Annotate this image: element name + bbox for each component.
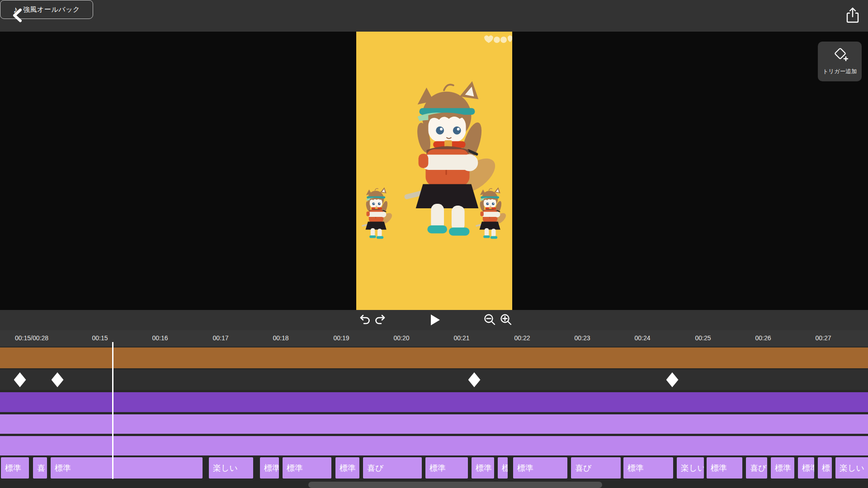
expression-clip[interactable]: 標準 — [707, 457, 742, 479]
top-bar: ♪ 強風オールバック — [0, 0, 868, 32]
ruler-tick-label: 00:16 — [152, 334, 168, 342]
ruler-tick-label: 00:15 — [92, 334, 108, 342]
expression-clip[interactable]: 標準 — [771, 457, 794, 479]
clip-label: 標準 — [1, 463, 21, 474]
zoom-out-icon — [483, 313, 496, 328]
ruler-tick-label: 00:18 — [273, 334, 288, 342]
stage: トリガー追加 — [0, 32, 868, 310]
ruler-tick-label: 00:26 — [755, 334, 771, 342]
expression-clip[interactable]: 標準 — [51, 457, 203, 479]
clip-label: 標準 — [283, 463, 303, 474]
clip-label: 標準 — [472, 463, 492, 474]
ruler-tick-label: 00:24 — [634, 334, 650, 342]
ruler-tick-label: 00:27 — [815, 334, 831, 342]
ruler-tick-label: 00:22 — [514, 334, 530, 342]
video-preview — [356, 32, 512, 310]
timeline-ruler[interactable]: 00:15/00:28 00:1500:1600:1700:1800:1900:… — [0, 330, 868, 347]
ruler-tick-label: 00:20 — [393, 334, 409, 342]
clip-label: 標準 — [425, 463, 446, 474]
clip-label: 標 — [818, 463, 830, 474]
zoom-out-button[interactable] — [482, 312, 497, 328]
ruler-tick-label: 00:25 — [695, 334, 711, 342]
zoom-in-button[interactable] — [498, 312, 514, 328]
horizontal-scrollbar[interactable] — [308, 482, 602, 488]
time-display: 00:15/00:28 — [15, 334, 48, 342]
expression-clip[interactable]: 標準 — [513, 457, 567, 479]
expression-clip[interactable]: 標準 — [283, 457, 331, 479]
expression-clip[interactable]: 標準 — [1, 457, 29, 479]
track-param-a[interactable] — [0, 414, 868, 434]
track-motion[interactable] — [0, 392, 868, 412]
expression-clip[interactable]: 喜び — [363, 457, 422, 479]
clip-label: 標準 — [51, 463, 71, 474]
zoom-in-icon — [499, 313, 513, 328]
clip-label: 楽しい — [209, 463, 238, 474]
expression-clip[interactable]: 喜び — [746, 457, 767, 479]
clip-label: 標準 — [335, 463, 356, 474]
expression-clip[interactable]: 楽しい — [209, 457, 253, 479]
play-icon — [429, 314, 440, 328]
expression-clip[interactable]: 標準 — [425, 457, 468, 479]
track-audio[interactable] — [0, 347, 868, 368]
expression-clip[interactable]: 標 — [498, 457, 508, 479]
ruler-tick-label: 00:19 — [333, 334, 349, 342]
add-trigger-label: トリガー追加 — [823, 68, 857, 75]
clip-label: 喜び — [363, 463, 383, 474]
expression-clip[interactable]: 楽しい — [677, 457, 704, 479]
clip-label: 標準 — [707, 463, 727, 474]
clip-label: 喜 — [33, 463, 45, 474]
share-icon — [846, 7, 859, 25]
clip-label: 楽しい — [835, 463, 864, 474]
play-button[interactable] — [427, 312, 443, 328]
expression-clip[interactable]: 標準 — [335, 457, 359, 479]
playhead[interactable] — [112, 342, 113, 479]
back-button[interactable] — [8, 7, 26, 24]
clip-label: 標準 — [798, 463, 814, 474]
undo-icon — [358, 314, 371, 327]
expression-clip[interactable]: 楽しい — [835, 457, 868, 479]
redo-button[interactable] — [373, 312, 388, 328]
clip-label: 楽しい — [677, 463, 704, 474]
clip-label: 標準 — [771, 463, 791, 474]
back-chevron-icon — [12, 8, 23, 24]
expression-clip[interactable]: 標準 — [623, 457, 673, 479]
add-trigger-button[interactable]: トリガー追加 — [818, 42, 862, 81]
clip-label: 標準 — [513, 463, 533, 474]
expression-clip[interactable]: 標準 — [798, 457, 814, 479]
clip-label: 喜び — [746, 463, 766, 474]
expression-clip[interactable]: 喜び — [571, 457, 621, 479]
transport-bar — [0, 310, 868, 330]
undo-button[interactable] — [357, 312, 372, 328]
share-button[interactable] — [842, 5, 863, 26]
expression-clip[interactable]: 標準 — [472, 457, 494, 479]
song-title-label: 強風オールバック — [23, 5, 80, 14]
expression-clip[interactable]: 標 — [818, 457, 832, 479]
ruler-tick-label: 00:17 — [212, 334, 228, 342]
app-root: ♪ 強風オールバック — [0, 0, 868, 488]
preview-canvas — [356, 32, 512, 310]
ruler-tick-label: 00:21 — [453, 334, 469, 342]
expression-clip[interactable]: 喜 — [33, 457, 47, 479]
track-triggers[interactable] — [0, 370, 868, 390]
clip-label: 標準 — [623, 463, 644, 474]
clip-label: 標 — [498, 463, 508, 474]
clip-label: 喜び — [571, 463, 591, 474]
ruler-tick-label: 00:23 — [574, 334, 590, 342]
redo-icon — [374, 314, 387, 327]
track-param-b[interactable] — [0, 436, 868, 455]
clip-label: 標準 — [260, 463, 279, 474]
diamond-plus-icon — [832, 48, 848, 65]
expression-clip[interactable]: 標準 — [260, 457, 279, 479]
